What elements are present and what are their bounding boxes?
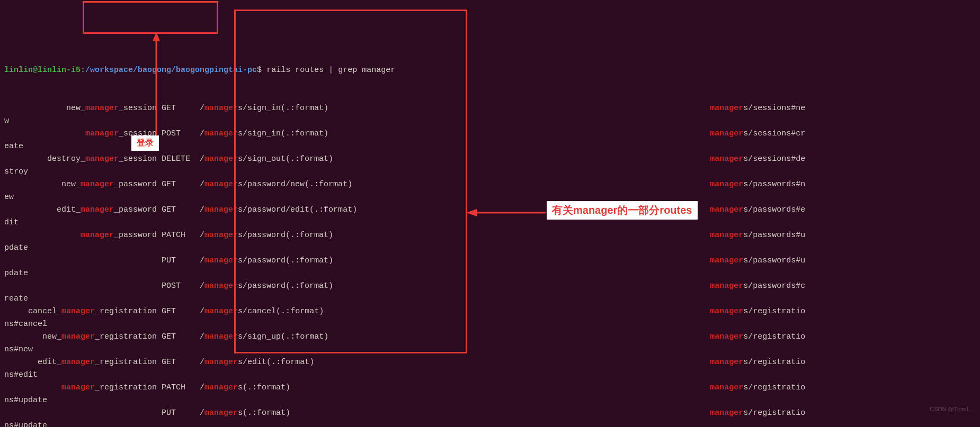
route-line: manager_registration PATCH /managers(.:f… <box>4 381 976 394</box>
route-line: POST /managers/password(.:format) manage… <box>4 280 976 293</box>
route-line-wrap: ns#cancel <box>4 318 976 331</box>
command-text: rails routes | grep manager <box>262 66 395 75</box>
route-line-wrap: stroy <box>4 166 976 178</box>
route-line-wrap: ns#update <box>4 394 976 407</box>
route-line: cancel_manager_registration GET /manager… <box>4 305 976 318</box>
route-line-wrap: ew <box>4 191 976 204</box>
watermark: CSDN @TiomL... <box>930 406 975 412</box>
command-line: linlin@linlin-i5:/workspace/baogong/baog… <box>4 64 976 77</box>
route-line-wrap: w <box>4 115 976 128</box>
route-line-wrap: reate <box>4 293 976 305</box>
route-line-wrap: ns#new <box>4 343 976 356</box>
route-line: new_manager_session GET /managers/sign_i… <box>4 102 976 115</box>
route-line: new_manager_registration GET /managers/s… <box>4 331 976 343</box>
routes-list: new_manager_session GET /managers/sign_i… <box>4 102 976 427</box>
route-line: manager_password PATCH /managers/passwor… <box>4 229 976 242</box>
route-line-wrap: ns#update <box>4 420 976 427</box>
route-line-wrap: pdate <box>4 267 976 280</box>
route-line: edit_manager_registration GET /managers/… <box>4 356 976 369</box>
annotation-box-path <box>83 1 218 34</box>
annotation-label-login: 登录 <box>131 135 159 151</box>
route-line-wrap: pdate <box>4 242 976 255</box>
route-line: new_manager_password GET /managers/passw… <box>4 178 976 191</box>
working-dir: /workspace/baogong/baogongpingtai-pc <box>85 66 257 75</box>
route-line-wrap: ns#edit <box>4 369 976 381</box>
route-line-wrap: dit <box>4 216 976 229</box>
annotation-label-routes: 有关manager的一部分routes <box>547 201 698 220</box>
route-line: PUT /managers/password(.:format) manager… <box>4 255 976 267</box>
route-line: destroy_manager_session DELETE /managers… <box>4 153 976 166</box>
route-line: PUT /managers(.:format) managers/registr… <box>4 407 976 420</box>
route-line: edit_manager_password GET /managers/pass… <box>4 204 976 216</box>
terminal-output: linlin@linlin-i5:/workspace/baogong/baog… <box>0 36 980 427</box>
user-host: linlin@linlin-i5 <box>4 66 81 75</box>
